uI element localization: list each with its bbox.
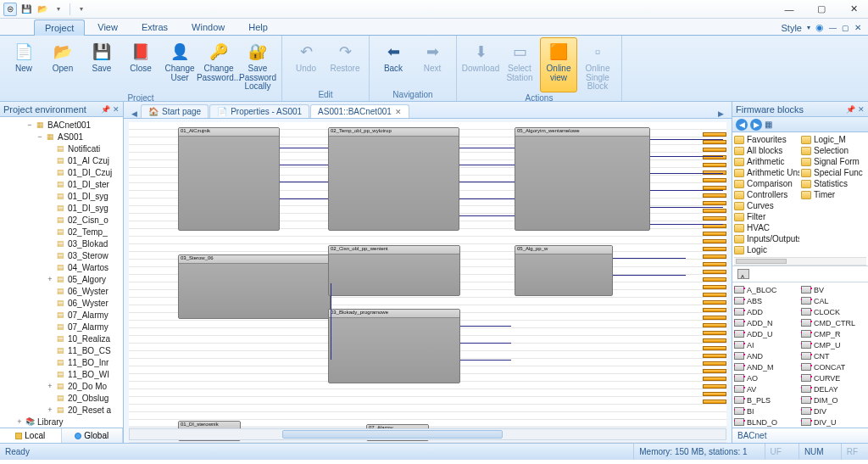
tree-item[interactable]: ▤07_Alarmy (0, 309, 123, 321)
tab-nav-left-icon[interactable]: ◀ (129, 109, 140, 118)
tab-nav-right-icon[interactable]: ▶ (715, 109, 726, 118)
firmware-block[interactable]: AND_M (734, 361, 799, 372)
pin-icon[interactable]: 📌 (101, 105, 110, 114)
tree-item[interactable]: +▤05_Algory (0, 273, 123, 285)
qat-dropdown-icon[interactable]: ▾ (52, 3, 65, 16)
menu-tab-window[interactable]: Window (181, 19, 236, 35)
tree-item[interactable]: ▤03_Sterow (0, 249, 123, 261)
block-category[interactable]: Statistics (801, 178, 866, 189)
firmware-block[interactable]: CLOCK (801, 306, 866, 317)
help-icon[interactable]: ◉ (815, 22, 824, 33)
firmware-block[interactable]: DIV (801, 405, 866, 416)
diagram-block[interactable]: 03_Blokady_programowe (328, 309, 460, 383)
block-category[interactable]: Filter (734, 211, 799, 222)
project-tree[interactable]: −▦BACnet001−▦AS001▤Notificati▤01_AI Czuj… (0, 117, 123, 428)
firmware-block[interactable]: CMD_CTRL (801, 317, 866, 328)
ribbon-expand-icon[interactable]: ▢ (842, 24, 849, 32)
firmware-block[interactable]: CMP_R (801, 328, 866, 339)
ribbon-close-icon[interactable]: ✕ (854, 23, 861, 32)
maximize-button[interactable]: ▢ (810, 2, 832, 17)
tree-item[interactable]: ▤01_DI_syg (0, 190, 123, 202)
firmware-block[interactable]: DIM_O (801, 394, 866, 405)
new-button[interactable]: 📄New (5, 37, 42, 92)
block-category[interactable]: Arithmetic Unsigned (734, 167, 799, 178)
tree-item[interactable]: ▤01_DI_syg (0, 202, 123, 214)
firmware-block[interactable]: A_BLOC (734, 284, 799, 295)
menu-tab-project[interactable]: Project (34, 20, 85, 36)
block-category[interactable]: Timer (801, 189, 866, 200)
doc-tab[interactable]: AS001::BACnet001✕ (310, 104, 409, 118)
tree-item[interactable]: ▤01_DI_ster (0, 178, 123, 190)
close-button[interactable]: ✕ (843, 2, 865, 17)
firmware-block[interactable]: DIV_U (801, 416, 866, 428)
tab-global[interactable]: Global (62, 428, 124, 443)
firmware-block[interactable]: ADD_U (734, 328, 799, 339)
ribbon-minimize-icon[interactable]: — (829, 24, 837, 32)
block-category[interactable]: Arithmetic (734, 156, 799, 167)
firmware-block[interactable]: CMP_U (801, 339, 866, 350)
back-button[interactable]: ⬅Back (375, 37, 412, 89)
firmware-block[interactable]: ADD (734, 306, 799, 317)
block-category[interactable]: Special Func (801, 167, 866, 178)
scrollbar-thumb[interactable] (282, 430, 503, 439)
firmware-block[interactable]: AV (734, 383, 799, 394)
qat-open-icon[interactable]: 📂 (36, 3, 49, 16)
firmware-block[interactable]: AI (734, 339, 799, 350)
block-category[interactable]: Controllers (734, 189, 799, 200)
qat-save-icon[interactable]: 💾 (19, 3, 33, 16)
tree-item[interactable]: ▤06_Wyster (0, 297, 123, 309)
block-category[interactable]: Curves (734, 200, 799, 211)
doc-tab[interactable]: 📄Properties - AS001 (209, 104, 309, 118)
tree-item[interactable]: +▤20_Do Mo (0, 380, 123, 392)
tree-item[interactable]: +📚Library (0, 416, 123, 428)
firmware-block[interactable]: BLND_O (734, 416, 799, 428)
diagram-canvas[interactable]: 01_AlCzujnik02_Temp_obl_pp_wylotrop05_Al… (129, 122, 726, 426)
open-button[interactable]: 📂Open (44, 37, 81, 92)
block-category[interactable]: Favourites (734, 134, 799, 145)
close-icon[interactable]: ✕ (395, 108, 402, 116)
tree-item[interactable]: ▤07_Alarmy (0, 321, 123, 333)
tree-item[interactable]: ▤11_BO_WI (0, 368, 123, 380)
tree-item[interactable]: −▦BACnet001 (0, 119, 123, 131)
firmware-block[interactable]: ADD_N (734, 317, 799, 328)
tab-local[interactable]: Local (0, 428, 62, 443)
tree-item[interactable]: ▤01_DI_Czuj (0, 166, 123, 178)
tree-item[interactable]: ▤03_Blokad (0, 238, 123, 249)
diagram-block[interactable]: 02_Temp_obl_pp_wylotrop (328, 127, 459, 231)
online-view-button[interactable]: 🟧Online view (540, 37, 577, 92)
tree-item[interactable]: ▤10_Realiza (0, 333, 123, 344)
menu-tab-view[interactable]: View (86, 19, 129, 35)
tree-expander-icon[interactable]: + (46, 275, 54, 283)
tree-item[interactable]: ▤11_BO_Inr (0, 356, 123, 368)
change-user-button[interactable]: 👤Change User (161, 37, 198, 92)
block-category[interactable]: Selection (801, 145, 866, 156)
firmware-block[interactable]: AO (734, 372, 799, 383)
block-category[interactable]: All blocks (734, 145, 799, 156)
panel-close-icon[interactable]: ✕ (858, 105, 865, 114)
firmware-block[interactable]: DELAY (801, 383, 866, 394)
firmware-block[interactable]: ABS (734, 295, 799, 306)
tree-item[interactable]: ▤02_Temp_ (0, 226, 123, 238)
tree-item[interactable]: ▤20_Obslug (0, 392, 123, 404)
doc-tab[interactable]: 🏠Start page (141, 104, 209, 118)
tree-expander-icon[interactable]: − (25, 120, 34, 129)
minimize-button[interactable]: — (778, 2, 800, 17)
tree-expander-icon[interactable]: + (46, 405, 54, 414)
tree-item[interactable]: +▤20_Reset a (0, 404, 123, 416)
tree-expander-icon[interactable]: − (36, 132, 44, 141)
tree-expander-icon[interactable]: + (15, 417, 24, 426)
firmware-block[interactable]: B_PLS (734, 394, 799, 405)
save-password-locally-button[interactable]: 🔐Save Password Locally (239, 37, 276, 92)
tree-item[interactable]: ▤11_BO_CS (0, 344, 123, 356)
diagram-block[interactable]: 05_Alg_pp_w (515, 245, 613, 296)
style-dropdown[interactable]: Style ▾ ◉ — ▢ ✕ (782, 22, 868, 35)
menu-tab-extras[interactable]: Extras (131, 19, 179, 35)
nav-fwd-icon[interactable]: ▶ (750, 119, 762, 131)
block-category[interactable]: Logic_M (801, 134, 866, 145)
firmware-block[interactable]: CURVE (801, 372, 866, 383)
close-button[interactable]: 📕Close (122, 37, 159, 92)
firmware-block[interactable]: AND (734, 350, 799, 361)
diagram-block[interactable]: 02_Cisn_obl_pp_wentent (328, 245, 460, 296)
diagram-block[interactable]: 01_AlCzujnik (178, 127, 280, 231)
change-password--button[interactable]: 🔑Change Password... (200, 37, 237, 92)
